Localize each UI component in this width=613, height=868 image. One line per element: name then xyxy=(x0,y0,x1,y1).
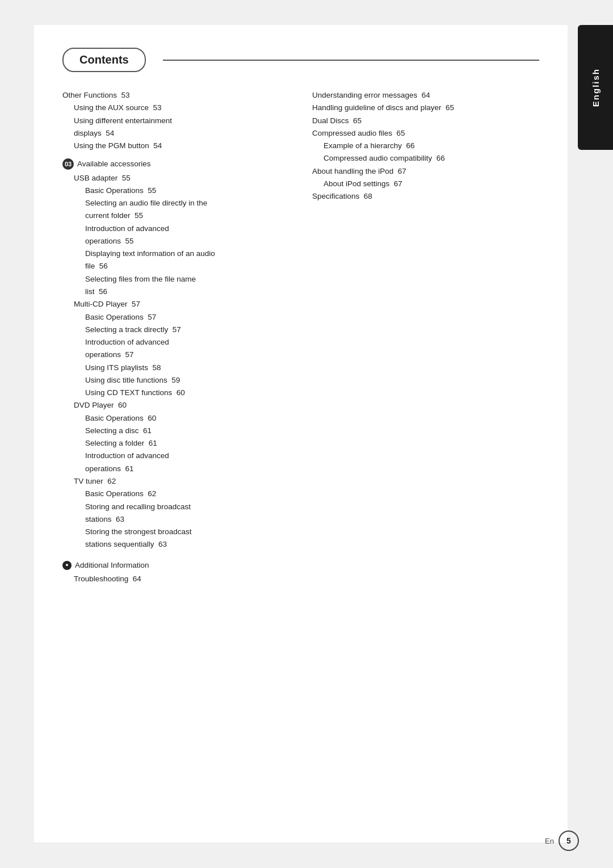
list-item: Displaying text information of an audiof… xyxy=(85,248,289,273)
item-label: Other Functions 53 xyxy=(62,89,130,102)
indent-block: Basic Operations 62 Storing and recallin… xyxy=(74,488,289,551)
list-item: Storing the strongest broadcaststations … xyxy=(85,526,289,551)
bullet-icon: ● xyxy=(62,561,72,570)
list-item: Storing and recalling broadcaststations … xyxy=(85,501,289,526)
list-item: Other Functions 53 xyxy=(62,89,289,102)
list-item: Basic Operations 57 xyxy=(85,311,289,324)
additional-info-section: ● Additional Information Troubleshooting… xyxy=(62,559,289,586)
list-item: Basic Operations 62 xyxy=(85,488,289,500)
other-functions-section: Other Functions 53 Using the AUX source … xyxy=(62,89,289,152)
list-item: Selecting a folder 61 xyxy=(85,437,289,450)
list-item: Using different entertainmentdisplays 54 xyxy=(74,115,289,140)
section-header: ● Additional Information xyxy=(62,559,289,572)
list-item: About iPod settings 67 xyxy=(312,178,539,190)
list-item: Selecting an audio file directly in thec… xyxy=(85,197,289,223)
list-item: Example of a hierarchy 66 xyxy=(312,140,539,152)
page-title: Contents xyxy=(62,48,146,72)
list-item: Basic Operations 60 xyxy=(85,412,289,425)
page-header: Contents xyxy=(62,48,539,72)
list-item: DVD Player 60 xyxy=(74,399,289,412)
list-item: Specifications 68 xyxy=(312,190,539,203)
list-item: Understanding error messages 64 xyxy=(312,89,539,102)
indent-block: Using the AUX source 53 Using different … xyxy=(62,102,289,152)
list-item: Using CD TEXT functions 60 xyxy=(85,387,289,399)
available-accessories-section: 03 Available accessories USB adapter 55 … xyxy=(62,158,289,551)
list-item: Introduction of advancedoperations 55 xyxy=(85,223,289,248)
right-column: Understanding error messages 64 Handling… xyxy=(312,89,539,585)
list-item: USB adapter 55 xyxy=(74,172,289,184)
list-item: Troubleshooting 64 xyxy=(74,573,289,585)
en-label: En xyxy=(545,837,554,845)
indent-block: Troubleshooting 64 xyxy=(62,573,289,585)
list-item: Introduction of advancedoperations 61 xyxy=(85,450,289,475)
multicd-block: Multi-CD Player 57 Basic Operations 57 S… xyxy=(62,298,289,399)
list-item: Handling guideline of discs and player 6… xyxy=(312,102,539,114)
tvtuner-block: TV tuner 62 Basic Operations 62 Storing … xyxy=(62,475,289,551)
page-number: 5 xyxy=(559,831,579,851)
indent-block: Basic Operations 60 Selecting a disc 61 … xyxy=(74,412,289,475)
list-item: Compressed audio files 65 xyxy=(312,127,539,140)
page-footer: En 5 xyxy=(545,831,579,851)
language-tab: English xyxy=(578,25,613,150)
usb-adapter-block: USB adapter 55 Basic Operations 55 Selec… xyxy=(62,172,289,299)
list-item: TV tuner 62 xyxy=(74,475,289,488)
section-number: 03 xyxy=(62,158,74,170)
section-title-text: Available accessories xyxy=(77,158,151,170)
list-item: Selecting files from the file namelist 5… xyxy=(85,273,289,299)
language-label: English xyxy=(591,68,601,107)
list-item: Selecting a track directly 57 xyxy=(85,324,289,336)
list-item: Using the AUX source 53 xyxy=(74,102,289,114)
list-item: Basic Operations 55 xyxy=(85,184,289,197)
list-item: Multi-CD Player 57 xyxy=(74,298,289,311)
header-divider xyxy=(163,60,539,61)
list-item: Introduction of advancedoperations 57 xyxy=(85,336,289,362)
list-item: Dual Discs 65 xyxy=(312,115,539,127)
content-columns: Other Functions 53 Using the AUX source … xyxy=(62,89,539,585)
list-item: Compressed audio compatibility 66 xyxy=(312,152,539,165)
list-item: Using the PGM button 54 xyxy=(74,140,289,152)
left-column: Other Functions 53 Using the AUX source … xyxy=(62,89,289,585)
list-item: Using disc title functions 59 xyxy=(85,374,289,387)
indent-block: Basic Operations 55 Selecting an audio f… xyxy=(74,184,289,298)
list-item: About handling the iPod 67 xyxy=(312,165,539,178)
dvd-block: DVD Player 60 Basic Operations 60 Select… xyxy=(62,399,289,475)
list-item: Using ITS playlists 58 xyxy=(85,362,289,374)
page-content: Contents Other Functions 53 Using the AU… xyxy=(34,25,568,842)
section-title-text: Additional Information xyxy=(75,559,149,572)
list-item: Selecting a disc 61 xyxy=(85,425,289,437)
section-header: 03 Available accessories xyxy=(62,158,289,170)
indent-block: Basic Operations 57 Selecting a track di… xyxy=(74,311,289,400)
